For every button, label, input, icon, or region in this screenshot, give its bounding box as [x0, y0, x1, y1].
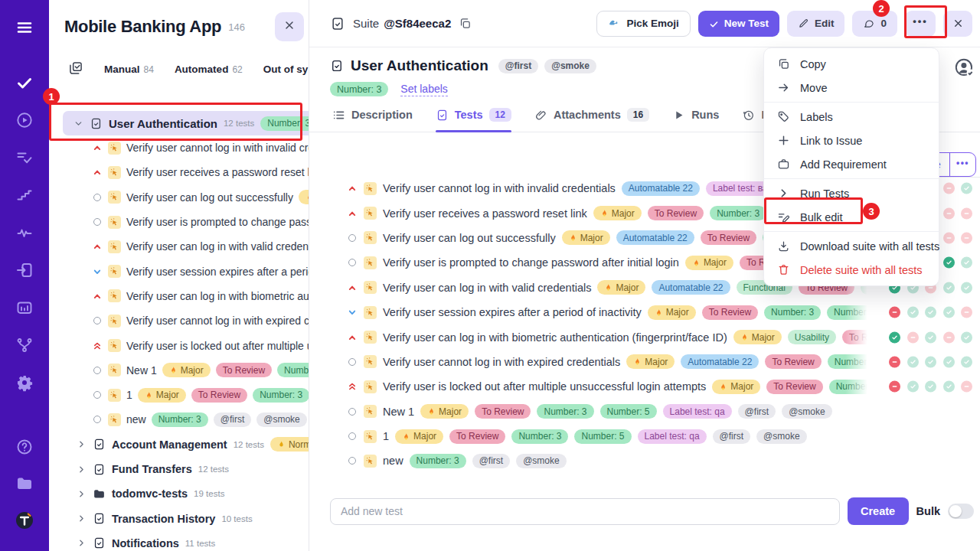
tree-suite-row[interactable]: todomvc-tests19 tests	[49, 481, 309, 506]
copy-id-icon[interactable]	[459, 17, 472, 30]
badge-review: To Review	[216, 363, 272, 377]
chevron-right-icon	[777, 187, 790, 200]
project-title: Mobile Banking App	[64, 12, 221, 37]
panel-tab-automated[interactable]: Automated62	[175, 64, 243, 75]
test-title: new	[383, 455, 403, 467]
test-row[interactable]: New 1MajorTo ReviewNumber: 3Number: 5Lab…	[347, 399, 974, 424]
test-title: Verify user receives a password reset li…	[383, 207, 587, 220]
pick-emoji-button[interactable]: Pick Emoji	[596, 11, 690, 37]
tree-suite-row[interactable]: Notifications11 tests	[49, 531, 309, 551]
menu-item-link-to-issue[interactable]: Link to Issue	[764, 129, 939, 152]
test-emoji-icon	[364, 207, 377, 220]
panel-tab-count: 84	[144, 64, 154, 75]
menu-item-run-tests[interactable]: Run Tests	[764, 181, 939, 205]
test-row[interactable]: Verify user can log in with biometric au…	[347, 324, 974, 349]
tree-test-row[interactable]: Verify user cannot log in with expired c…	[49, 308, 309, 333]
tree-test-row[interactable]: Verify user is prompted to change passwo…	[49, 210, 309, 234]
tree-test-row[interactable]: New 1MajorTo ReviewNumber: 3Number: 5Lab…	[49, 358, 309, 383]
tab-tests[interactable]: Tests12	[436, 108, 511, 132]
test-emoji-icon	[108, 142, 121, 155]
sidebar-branch-icon[interactable]	[9, 330, 40, 360]
sidebar-activity-icon[interactable]	[9, 217, 40, 248]
sidebar-check-icon[interactable]	[9, 67, 40, 98]
menu-item-copy[interactable]: Copy	[764, 52, 939, 76]
tree-test-row[interactable]: 1MajorTo ReviewNumber: 3Number: 5Label t…	[49, 383, 309, 407]
badge-review: To Review	[449, 429, 505, 444]
menu-item-move[interactable]: Move	[764, 76, 939, 99]
menu-item-download-suite-with-all-tests[interactable]: Download suite with all tests	[764, 234, 939, 258]
badge-number: Number: 3	[764, 305, 821, 320]
tab-attachments[interactable]: Attachments16	[534, 108, 649, 132]
tree-test-row[interactable]: Verify user is locked out after multiple…	[49, 333, 309, 357]
sidebar-folder-icon[interactable]	[9, 468, 40, 499]
tree-suite-meta: 11 tests	[185, 539, 215, 548]
test-emoji-icon	[108, 265, 121, 278]
tree-selected-suite[interactable]: User Authentication 12 tests Number: 3	[63, 111, 309, 135]
menu-item-labels[interactable]: Labels	[764, 105, 939, 129]
suite-title: User Authentication	[351, 57, 488, 74]
panel-close-button[interactable]	[275, 12, 304, 41]
list-more-button[interactable]: •••	[950, 153, 975, 176]
panel-tab-out-of-sy[interactable]: Out of sy	[263, 64, 309, 75]
test-row[interactable]: Verify user cannot log in with expired c…	[347, 350, 974, 374]
priority-none-icon	[347, 358, 358, 366]
set-labels-link[interactable]: Set labels	[400, 83, 447, 96]
test-row[interactable]: newNumber: 3@first@smoke	[347, 448, 974, 473]
badge-number: Number: 3	[277, 363, 309, 377]
tree-suite-row[interactable]: Fund Transfers12 tests	[49, 457, 309, 481]
run-status-minus-icon	[889, 356, 900, 367]
more-actions-button[interactable]: •••	[905, 11, 936, 37]
menu-item-bulk-edit[interactable]: Bulk edit	[764, 205, 939, 229]
menu-divider	[764, 178, 939, 179]
flame-icon	[600, 209, 609, 217]
new-test-button[interactable]: New Test	[698, 11, 779, 37]
run-status-check-icon	[943, 356, 955, 367]
tree-test-row[interactable]: Verify user can log out successfullyMajo…	[49, 185, 309, 210]
sidebar-list-check-icon[interactable]	[9, 142, 40, 173]
tree-suite-row[interactable]: Account Management12 testsNormal	[49, 432, 309, 457]
tab-description[interactable]: Description	[332, 108, 413, 132]
bulk-toggle[interactable]	[948, 504, 974, 519]
tree-test-row[interactable]: Verify user can log in with valid creden…	[49, 234, 309, 259]
assignee-avatar[interactable]	[954, 57, 975, 78]
tree-test-row[interactable]: Verify user session expires after a peri…	[49, 259, 309, 283]
flame-icon	[145, 391, 153, 399]
chevron-down-icon	[74, 119, 83, 129]
sidebar-help-icon[interactable]	[9, 432, 40, 462]
tab-runs[interactable]: Runs	[672, 108, 719, 132]
test-row[interactable]: 1MajorTo ReviewNumber: 3Number: 5Label t…	[347, 424, 974, 448]
sidebar-sign-in-icon[interactable]	[9, 255, 40, 285]
tree-test-row[interactable]: Verify user receives a password reset li…	[49, 160, 309, 184]
sidebar-gear-icon[interactable]	[9, 367, 40, 398]
menu-item-add-requirement[interactable]: Add Requirement	[764, 152, 939, 176]
entity-label: Suite	[353, 17, 379, 30]
create-test-button[interactable]: Create	[848, 497, 909, 525]
test-row[interactable]: Verify user session expires after a peri…	[347, 300, 974, 324]
sidebar-steps-icon[interactable]	[9, 180, 40, 210]
test-row[interactable]: Verify user is locked out after multiple…	[347, 374, 974, 399]
close-suite-button[interactable]	[943, 11, 972, 37]
tree-test-row[interactable]: Verify user cannot log in with invalid c…	[49, 135, 309, 160]
flame-icon	[604, 283, 612, 292]
test-emoji-icon	[364, 380, 377, 393]
chevron-right-icon	[77, 514, 87, 523]
sidebar-report-icon[interactable]	[9, 292, 40, 323]
list-icon	[332, 109, 345, 122]
edit-button[interactable]: Edit	[787, 11, 845, 37]
tree-test-row[interactable]: Verify user can log in with biometric au…	[49, 284, 309, 308]
flame-icon	[402, 432, 410, 441]
priority-none-icon	[92, 194, 103, 201]
play-icon	[672, 109, 685, 122]
test-title: Verify user session expires after a peri…	[383, 306, 642, 318]
tree-suite-row[interactable]: Transaction History10 tests	[49, 506, 309, 530]
sidebar-logo-icon[interactable]	[9, 505, 40, 536]
add-test-input[interactable]	[330, 498, 840, 525]
sidebar-menu-icon[interactable]	[9, 12, 40, 43]
badge-major: Major	[712, 380, 760, 394]
panel-tab-manual[interactable]: Manual84	[104, 64, 154, 75]
menu-item-delete-suite-with-all-tests[interactable]: Delete suite with all tests	[764, 258, 939, 282]
tree-test-row[interactable]: newNumber: 3@first@smoke	[49, 407, 309, 432]
tree-suite-meta: 19 tests	[194, 489, 224, 498]
sidebar-play-circle-icon[interactable]	[9, 105, 40, 135]
comments-button[interactable]: 0	[852, 11, 897, 37]
